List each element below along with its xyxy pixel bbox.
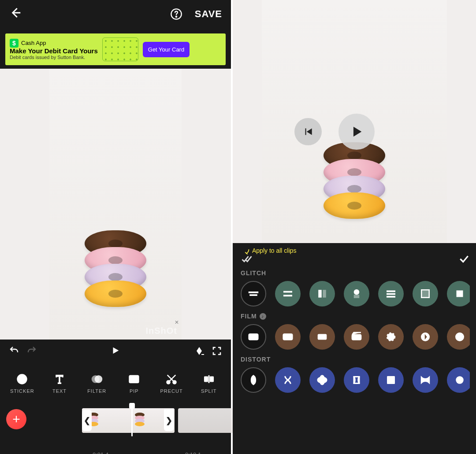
effect-film-6[interactable] bbox=[413, 324, 438, 350]
play-button[interactable] bbox=[111, 346, 120, 358]
svg-point-7 bbox=[95, 376, 102, 383]
svg-rect-18 bbox=[283, 295, 292, 297]
effect-distort-6[interactable] bbox=[413, 367, 438, 393]
effect-distort-7[interactable] bbox=[447, 367, 470, 393]
time-current: 0:01.4 bbox=[93, 451, 108, 454]
effect-film-4[interactable] bbox=[344, 324, 369, 350]
effect-glitch-4[interactable] bbox=[344, 281, 369, 306]
svg-point-36 bbox=[253, 379, 255, 381]
effect-film-1[interactable] bbox=[241, 324, 266, 350]
effect-category-film: FILM ♪ bbox=[241, 313, 470, 350]
timeline-playhead[interactable] bbox=[131, 406, 133, 436]
effect-glitch-3[interactable] bbox=[309, 281, 335, 306]
prev-clip-button[interactable] bbox=[294, 118, 322, 145]
svg-rect-14 bbox=[208, 376, 209, 383]
svg-point-38 bbox=[320, 376, 324, 384]
effect-distort-3[interactable] bbox=[309, 367, 335, 393]
ad-card-graphic bbox=[102, 37, 138, 61]
svg-rect-9 bbox=[134, 379, 138, 382]
tool-sticker[interactable]: STICKER bbox=[6, 372, 38, 394]
svg-rect-17 bbox=[283, 291, 292, 293]
timeline-track[interactable]: 2.1 ❮ ❯ bbox=[31, 408, 231, 433]
effect-glitch-1[interactable] bbox=[241, 281, 266, 306]
tool-filter[interactable]: FILTER bbox=[81, 372, 113, 394]
ad-banner[interactable]: $ Cash App Make Your Debit Card Yours De… bbox=[5, 33, 226, 65]
svg-rect-13 bbox=[210, 376, 213, 382]
effect-distort-4[interactable] bbox=[344, 367, 369, 393]
effect-distort-5[interactable] bbox=[378, 367, 404, 393]
effect-chip-row[interactable] bbox=[241, 281, 470, 306]
svg-rect-16 bbox=[249, 294, 257, 296]
effect-category-distort: DISTORT bbox=[241, 356, 470, 393]
svg-rect-20 bbox=[323, 290, 326, 298]
remove-watermark-button[interactable]: ✕ bbox=[175, 319, 179, 325]
svg-rect-25 bbox=[421, 290, 429, 298]
fullscreen-button[interactable] bbox=[212, 346, 222, 358]
clip-trim-handle-left[interactable]: ❮ bbox=[82, 410, 92, 431]
pip-icon bbox=[128, 372, 140, 387]
tool-split[interactable]: SPLIT bbox=[193, 372, 225, 394]
effect-distort-2[interactable] bbox=[275, 367, 301, 393]
tool-precut[interactable]: PRECUT bbox=[156, 372, 187, 394]
effect-glitch-7[interactable] bbox=[447, 281, 470, 306]
effects-panel: GLITCH FILM ♪ bbox=[233, 243, 476, 454]
effect-chip-row[interactable] bbox=[241, 324, 470, 350]
add-clip-button[interactable]: + bbox=[6, 409, 26, 429]
music-badge-icon: ♪ bbox=[260, 313, 266, 320]
keyframe-button[interactable] bbox=[194, 346, 205, 358]
svg-rect-12 bbox=[204, 376, 208, 382]
svg-rect-28 bbox=[249, 334, 258, 340]
effect-film-2[interactable] bbox=[275, 324, 301, 350]
preview-canvas: ✕ InShOt bbox=[49, 69, 182, 340]
back-button[interactable] bbox=[9, 6, 22, 22]
effect-distort-1[interactable] bbox=[241, 367, 266, 393]
effect-film-3[interactable] bbox=[309, 324, 335, 350]
ad-cta-button[interactable]: Get Your Card bbox=[143, 42, 190, 57]
svg-point-35 bbox=[455, 332, 464, 341]
ad-subtext: Debit cards issued by Sutton Bank. bbox=[10, 55, 98, 60]
effect-glitch-5[interactable] bbox=[378, 281, 404, 306]
svg-point-5 bbox=[23, 377, 24, 379]
editor-main-screen: SAVE $ Cash App Make Your Debit Card You… bbox=[0, 0, 231, 454]
svg-rect-2 bbox=[201, 354, 204, 355]
category-title: DISTORT bbox=[241, 356, 470, 363]
split-icon bbox=[203, 372, 215, 387]
save-button[interactable]: SAVE bbox=[195, 8, 222, 20]
play-effect-button[interactable] bbox=[338, 114, 375, 150]
watermark-text: InShOt bbox=[145, 326, 177, 336]
tool-text[interactable]: TEXT bbox=[44, 372, 75, 394]
effect-chip-row[interactable] bbox=[241, 367, 470, 393]
svg-rect-22 bbox=[387, 291, 395, 292]
video-preview[interactable]: ✕ InShOt bbox=[0, 69, 231, 340]
svg-point-39 bbox=[456, 376, 464, 384]
tool-label: TEXT bbox=[52, 388, 67, 394]
tool-label: PIP bbox=[130, 388, 139, 394]
precut-icon bbox=[165, 372, 178, 387]
confirm-button[interactable] bbox=[458, 253, 470, 266]
effect-glitch-6[interactable] bbox=[413, 281, 438, 306]
effect-film-5[interactable] bbox=[378, 324, 404, 350]
help-button[interactable] bbox=[170, 8, 182, 20]
tool-label: PRECUT bbox=[160, 388, 182, 394]
redo-button[interactable] bbox=[26, 345, 37, 358]
svg-rect-15 bbox=[249, 292, 259, 293]
svg-rect-31 bbox=[352, 335, 361, 340]
clip-trim-handle-right[interactable]: ❯ bbox=[164, 410, 174, 431]
preview-content bbox=[324, 152, 385, 219]
effects-preview[interactable] bbox=[233, 0, 476, 243]
svg-rect-19 bbox=[318, 290, 322, 298]
svg-rect-30 bbox=[318, 335, 326, 339]
ad-brand: Cash App bbox=[21, 40, 46, 46]
undo-button[interactable] bbox=[9, 345, 19, 358]
apply-all-tooltip: Apply to all clips bbox=[242, 246, 296, 255]
effect-film-7[interactable] bbox=[447, 324, 470, 350]
tool-pip[interactable]: PIP bbox=[118, 372, 150, 394]
svg-point-3 bbox=[18, 375, 27, 384]
timeline-clip[interactable]: 2.1 bbox=[82, 408, 175, 433]
ad-headline: Make Your Debit Card Yours bbox=[10, 48, 98, 55]
sticker-icon bbox=[16, 372, 28, 387]
tooltip-text: Apply to all clips bbox=[252, 247, 296, 254]
effect-glitch-2[interactable] bbox=[275, 281, 301, 306]
timeline[interactable]: + 2.1 ❮ ❯ 0:01.4 0:10.1 bbox=[0, 401, 231, 454]
effect-category-glitch: GLITCH bbox=[241, 269, 470, 306]
